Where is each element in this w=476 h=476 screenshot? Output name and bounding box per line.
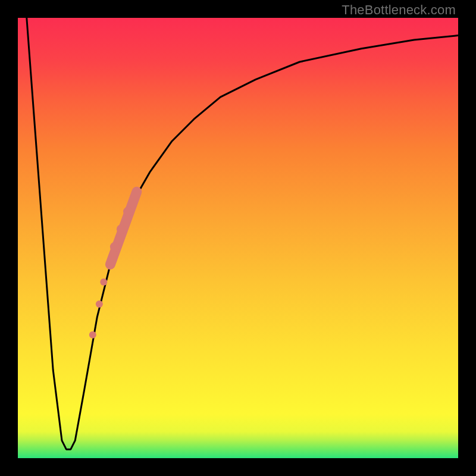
data-marker (96, 300, 103, 308)
branding-text: TheBottleneck.com (342, 2, 456, 17)
data-marker (117, 224, 126, 234)
data-marker (89, 331, 96, 339)
data-marker (123, 207, 133, 217)
data-marker (100, 278, 107, 286)
chart-frame: TheBottleneck.com (0, 0, 476, 476)
branding-watermark: TheBottleneck.com (342, 2, 456, 18)
bottleneck-curve (27, 18, 458, 449)
curve-path (27, 18, 458, 449)
chart-overlay (18, 18, 458, 458)
data-marker (110, 242, 120, 252)
